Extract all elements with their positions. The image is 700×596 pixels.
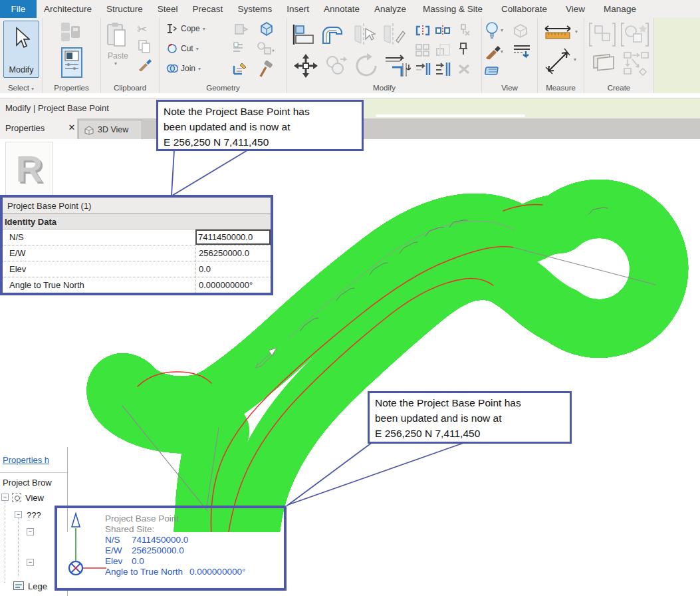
panel-label-view[interactable]: View xyxy=(482,84,537,92)
panel-label-clipboard[interactable]: Clipboard xyxy=(101,84,159,92)
panel-label-measure[interactable]: Measure xyxy=(538,84,584,92)
tab-massing-site[interactable]: Massing & Site xyxy=(413,4,492,14)
modify-select-button[interactable]: Modify xyxy=(3,21,39,78)
copy-to-clipboard-icon[interactable] xyxy=(138,39,151,54)
pin-icon[interactable] xyxy=(457,42,469,57)
wall-joins-icon[interactable] xyxy=(256,41,276,57)
panel-measure: ▾ ▾ Measure xyxy=(538,18,584,93)
tag-row: Elev0.0 xyxy=(105,556,245,567)
measure-dropdown-icon[interactable]: ▾ xyxy=(575,29,578,35)
panel-label-geometry[interactable]: Geometry xyxy=(160,84,287,92)
paste-button-label[interactable]: Paste xyxy=(108,51,128,61)
linework-dropdown-icon[interactable]: ▾ xyxy=(501,49,503,55)
callout-line: E 256,250 N 7,411,450 xyxy=(164,134,356,150)
views-icon xyxy=(12,493,21,502)
tab-insert[interactable]: Insert xyxy=(279,4,316,14)
copy-icon[interactable] xyxy=(324,54,348,78)
paste-aligned-icon[interactable] xyxy=(233,22,249,37)
scale-icon[interactable] xyxy=(435,43,451,57)
match-type-properties-icon[interactable] xyxy=(138,57,152,71)
tab-systems[interactable]: Systems xyxy=(230,4,279,14)
mirror-pick-axis-icon[interactable] xyxy=(352,22,376,47)
offset-icon[interactable] xyxy=(320,23,347,46)
hide-isolate-icon[interactable] xyxy=(485,63,502,78)
family-types-icon[interactable] xyxy=(58,20,85,47)
cope-button[interactable]: Cope▾ xyxy=(166,23,205,34)
tree-expander-views[interactable]: − xyxy=(1,494,9,501)
create-assembly-icon[interactable] xyxy=(620,22,649,47)
ribbon-tab-bar: File Architecture Structure Steel Precas… xyxy=(0,0,700,19)
tab-file[interactable]: File xyxy=(0,0,37,18)
tab-view[interactable]: View xyxy=(556,4,594,14)
panel-label-create[interactable]: Create xyxy=(584,84,653,92)
join-geometry-button[interactable]: Join▾ xyxy=(166,63,201,74)
panel-label-properties[interactable]: Properties xyxy=(43,84,100,92)
aligned-dimension-icon[interactable] xyxy=(544,47,571,75)
table-row: Angle to True North 0.000000000° xyxy=(3,277,271,293)
tree-expander-discipline[interactable]: − xyxy=(15,511,22,518)
thin-lines-icon[interactable] xyxy=(513,43,531,61)
tab-collaborate[interactable]: Collaborate xyxy=(492,4,556,14)
cut-geometry-button[interactable]: Cut▾ xyxy=(166,43,199,54)
beam-joins-icon[interactable] xyxy=(231,41,247,57)
tab-3d-view[interactable]: 3D View xyxy=(78,120,142,139)
tab-architecture[interactable]: Architecture xyxy=(37,4,99,14)
tree-expander-sub1[interactable]: − xyxy=(27,528,34,535)
tree-item-legends[interactable]: Lege xyxy=(28,581,47,591)
base-point-tag-box: Project Base Point Shared Site: N/S74114… xyxy=(55,506,287,591)
identity-data-section-header[interactable]: Identity Data xyxy=(3,214,271,229)
tree-item-views[interactable]: View xyxy=(25,493,44,503)
ew-value-field[interactable]: 256250000.0 xyxy=(195,245,271,261)
unpin-icon[interactable] xyxy=(456,23,471,37)
tree-item-unknown[interactable]: ??? xyxy=(27,510,41,520)
tab-steel[interactable]: Steel xyxy=(150,4,185,14)
tab-precast[interactable]: Precast xyxy=(185,4,231,14)
north-arrow-icon xyxy=(72,514,80,527)
tree-expander-sub2[interactable]: − xyxy=(27,559,34,566)
rotate-icon[interactable] xyxy=(354,53,380,79)
show-edges-icon[interactable] xyxy=(258,21,275,37)
demolish-hammer-icon[interactable] xyxy=(258,61,275,78)
trim-extend-single-icon[interactable] xyxy=(415,62,431,76)
delete-icon[interactable] xyxy=(457,63,471,75)
align-icon[interactable] xyxy=(291,23,315,46)
wall-sweeps-icon[interactable] xyxy=(231,61,249,78)
callout-line: Note the Project Base Point has xyxy=(164,104,356,119)
tab-analyze[interactable]: Analyze xyxy=(367,4,413,14)
panel-label-modify[interactable]: Modify xyxy=(287,84,481,92)
elev-value-field[interactable]: 0.0 xyxy=(195,261,271,277)
ns-value-field[interactable]: 7411450000.0 xyxy=(195,229,271,245)
create-group-icon[interactable] xyxy=(588,22,616,47)
split-element-icon[interactable] xyxy=(415,25,431,37)
mirror-draw-axis-icon[interactable] xyxy=(382,22,406,47)
modify-button-label: Modify xyxy=(4,65,39,74)
reveal-hidden-lightbulb-icon[interactable] xyxy=(485,21,499,40)
paste-icon[interactable] xyxy=(106,22,126,49)
base-point-tag-text: Project Base Point Shared Site: N/S74114… xyxy=(105,514,245,577)
create-parts-icon[interactable] xyxy=(623,51,651,78)
close-palette-button[interactable]: ✕ xyxy=(66,122,77,132)
move-icon[interactable] xyxy=(292,53,319,79)
base-point-symbol[interactable] xyxy=(61,510,106,584)
panel-label-select[interactable]: Select ▾ xyxy=(0,84,42,92)
linework-brush-icon[interactable] xyxy=(485,43,501,59)
split-with-gap-icon[interactable] xyxy=(435,25,451,37)
measure-ruler-icon[interactable] xyxy=(543,23,572,41)
array-icon[interactable] xyxy=(415,43,431,57)
properties-help-link[interactable]: Properties h xyxy=(3,455,49,465)
create-similar-icon[interactable] xyxy=(590,51,619,78)
paste-dropdown-icon[interactable]: ▾ xyxy=(114,61,117,67)
tab-manage[interactable]: Manage xyxy=(594,4,645,14)
reveal-dropdown-icon[interactable]: ▾ xyxy=(501,27,503,33)
properties-palette-icon[interactable] xyxy=(61,47,82,78)
trim-extend-multiple-icon[interactable] xyxy=(435,62,451,76)
tab-structure[interactable]: Structure xyxy=(99,4,150,14)
tab-annotate[interactable]: Annotate xyxy=(316,4,367,14)
trim-extend-corner-icon[interactable] xyxy=(384,53,411,79)
angle-value-field[interactable]: 0.000000000° xyxy=(195,277,271,293)
dimension-dropdown-icon[interactable]: ▾ xyxy=(574,57,576,63)
cutaway-cube-icon[interactable] xyxy=(511,22,530,39)
properties-table-title[interactable]: Project Base Point (1) xyxy=(3,198,271,214)
options-scrollbar[interactable] xyxy=(376,114,525,117)
cut-to-clipboard-icon[interactable]: ✂ xyxy=(137,22,147,37)
